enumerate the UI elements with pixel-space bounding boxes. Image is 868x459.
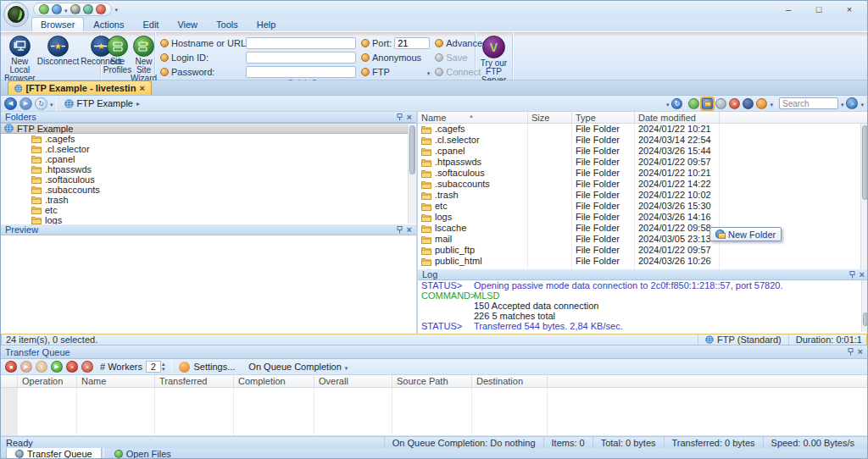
qat-disconnect-icon[interactable] bbox=[96, 4, 106, 14]
tab-actions[interactable]: Actions bbox=[84, 17, 133, 31]
file-row[interactable]: .cagefs File Folder 2024/01/22 10:21 bbox=[418, 124, 860, 135]
file-row[interactable]: .softaculous File Folder 2024/01/22 10:2… bbox=[418, 168, 860, 179]
folder-properties-icon[interactable] bbox=[743, 98, 754, 109]
file-list-scrollbar[interactable] bbox=[860, 124, 868, 269]
tree-item[interactable]: etc bbox=[1, 205, 416, 215]
disconnect-button[interactable]: Disconnect bbox=[37, 35, 79, 66]
delete-icon[interactable]: × bbox=[729, 98, 740, 109]
file-row[interactable]: mail File Folder 2024/03/05 23:13 bbox=[418, 234, 860, 245]
pin-icon[interactable] bbox=[397, 226, 403, 234]
document-tab-close-icon[interactable] bbox=[140, 83, 145, 93]
tree-root-item[interactable]: FTP Example bbox=[1, 123, 416, 134]
breadcrumb-caret-icon[interactable]: ▸ bbox=[136, 100, 140, 108]
file-row[interactable]: lscache File Folder 2024/01/22 09:58 bbox=[418, 223, 860, 234]
log-scrollbar[interactable] bbox=[861, 280, 868, 332]
column-transferred[interactable]: Transferred bbox=[155, 375, 234, 387]
tree-item[interactable]: .trash bbox=[1, 195, 416, 205]
breadcrumb-root[interactable]: FTP Example bbox=[77, 98, 133, 108]
close-panel-icon[interactable] bbox=[858, 348, 863, 356]
document-tab-ftp-example[interactable]: [FTP Example - livetestingd... bbox=[8, 80, 152, 95]
file-row[interactable]: .subaccounts File Folder 2024/01/22 14:2… bbox=[418, 179, 860, 190]
back-button[interactable]: ◀ bbox=[4, 97, 17, 110]
settings-button[interactable]: Settings... bbox=[193, 362, 235, 372]
qat-site-profiles-icon[interactable] bbox=[70, 4, 81, 14]
on-queue-completion-dropdown-icon[interactable] bbox=[345, 362, 348, 372]
stop-queue-icon[interactable]: ■ bbox=[5, 361, 17, 373]
save-button[interactable]: Save bbox=[446, 53, 467, 63]
pin-icon[interactable] bbox=[848, 348, 854, 356]
qat-reconnect-icon[interactable] bbox=[83, 4, 93, 14]
tree-item[interactable]: .cl.selector bbox=[1, 144, 416, 154]
history-button[interactable]: ↻ bbox=[35, 97, 47, 110]
on-queue-completion-button[interactable]: On Queue Completion bbox=[248, 362, 341, 372]
start-queue-icon[interactable]: ▶ bbox=[51, 361, 63, 373]
qat-customize-button[interactable] bbox=[115, 6, 119, 14]
file-row[interactable]: public_html File Folder 2024/03/26 10:26 bbox=[418, 256, 860, 267]
pin-icon[interactable] bbox=[849, 271, 855, 279]
tree-scrollbar[interactable] bbox=[408, 124, 416, 224]
new-folder-icon[interactable] bbox=[702, 98, 713, 109]
hostname-input[interactable] bbox=[246, 37, 356, 49]
column-source-path[interactable]: Source Path bbox=[392, 375, 472, 387]
workers-decrement-icon[interactable] bbox=[162, 367, 165, 372]
search-options-dropdown-icon[interactable] bbox=[860, 98, 864, 108]
skip-icon[interactable]: ▶ bbox=[20, 361, 32, 373]
column-operation[interactable]: Operation bbox=[18, 375, 77, 387]
tab-open-files[interactable]: Open Files bbox=[106, 448, 180, 459]
search-input[interactable] bbox=[779, 97, 838, 109]
site-profiles-button[interactable]: Site Profiles bbox=[104, 35, 131, 75]
protocol-label[interactable]: FTP bbox=[372, 67, 390, 77]
tab-transfer-queue[interactable]: Transfer Queue bbox=[6, 448, 102, 459]
maximize-button[interactable]: □ bbox=[813, 4, 825, 14]
tab-browser[interactable]: Browser bbox=[31, 17, 84, 31]
log-scrollbar-thumb[interactable] bbox=[863, 312, 868, 326]
column-overall[interactable]: Overall bbox=[314, 375, 392, 387]
tree-scrollbar-thumb[interactable] bbox=[409, 125, 415, 174]
tab-help[interactable]: Help bbox=[248, 17, 286, 31]
column-name[interactable]: Name bbox=[77, 375, 155, 387]
rename-icon[interactable] bbox=[715, 98, 726, 109]
qat-help-icon[interactable] bbox=[39, 4, 49, 14]
tree-item[interactable]: .htpasswds bbox=[1, 164, 416, 174]
breadcrumb[interactable]: FTP Example ▸ bbox=[59, 98, 140, 108]
tree-item[interactable]: .cagefs bbox=[1, 134, 416, 144]
try-ftp-server-button[interactable]: V Try our FTP Server bbox=[479, 35, 509, 85]
file-row[interactable]: logs File Folder 2024/03/26 14:16 bbox=[418, 212, 860, 223]
file-row[interactable]: .trash File Folder 2024/01/22 10:02 bbox=[418, 190, 860, 201]
new-site-wizard-button[interactable]: New Site Wizard bbox=[131, 35, 157, 83]
tab-tools[interactable]: Tools bbox=[207, 17, 248, 31]
close-panel-icon[interactable] bbox=[860, 271, 865, 279]
tree-item[interactable]: .subaccounts bbox=[1, 185, 416, 195]
login-id-input[interactable] bbox=[246, 52, 356, 64]
column-completion[interactable]: Completion bbox=[234, 375, 314, 387]
close-panel-icon[interactable] bbox=[407, 226, 412, 234]
permissions-icon[interactable] bbox=[756, 98, 767, 109]
column-date-modified[interactable]: Date modified bbox=[635, 112, 720, 123]
minimize-button[interactable]: – bbox=[782, 4, 794, 14]
app-menu-button[interactable] bbox=[3, 2, 29, 27]
tree-item[interactable]: logs bbox=[1, 215, 416, 224]
password-input[interactable] bbox=[246, 66, 356, 78]
close-button[interactable]: × bbox=[843, 4, 855, 14]
anonymous-label[interactable]: Anonymous bbox=[372, 53, 421, 63]
qat-connect-icon[interactable] bbox=[52, 4, 62, 14]
pause-icon[interactable]: ‖ bbox=[36, 361, 47, 373]
pin-icon[interactable] bbox=[397, 113, 403, 121]
toolbar-overflow-icon[interactable] bbox=[666, 98, 670, 108]
search-dropdown-icon[interactable] bbox=[841, 98, 844, 108]
new-local-browser-button[interactable]: New Local Browser bbox=[4, 35, 36, 83]
column-size[interactable]: Size bbox=[528, 112, 572, 123]
more-tools-dropdown-icon[interactable] bbox=[770, 98, 773, 108]
file-row[interactable]: .cpanel File Folder 2024/03/26 15:44 bbox=[418, 146, 860, 157]
qat-connect-dropdown-icon[interactable] bbox=[64, 4, 68, 14]
port-input[interactable] bbox=[394, 37, 430, 49]
tree-item[interactable]: .softaculous bbox=[1, 174, 416, 185]
remove-item-icon[interactable]: × bbox=[66, 361, 78, 373]
file-row[interactable]: .cl.selector File Folder 2024/03/14 22:5… bbox=[418, 135, 860, 146]
search-server-icon[interactable]: ⌕ bbox=[846, 97, 858, 109]
tree-item[interactable]: .cpanel bbox=[1, 154, 416, 164]
file-row[interactable]: public_ftp File Folder 2024/01/22 09:57 bbox=[418, 245, 860, 256]
workers-value[interactable]: 2 bbox=[146, 361, 161, 373]
file-row[interactable]: etc File Folder 2024/03/26 15:30 bbox=[418, 201, 860, 212]
up-level-icon[interactable] bbox=[688, 98, 699, 109]
